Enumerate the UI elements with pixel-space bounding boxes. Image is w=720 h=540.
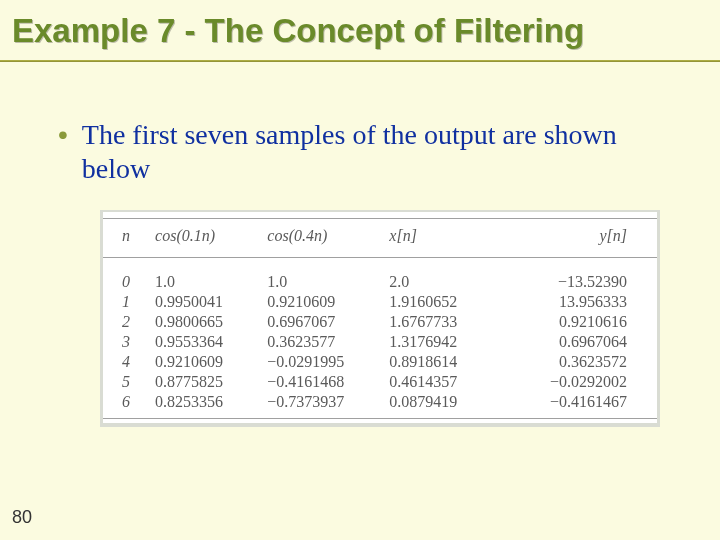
cell: 0.9210609	[149, 352, 261, 372]
cell: 0.8253356	[149, 392, 261, 412]
cell: 13.956333	[503, 292, 657, 312]
table-rule-bottom	[103, 418, 657, 419]
cell: 1.0	[261, 272, 383, 292]
cell: 3	[103, 332, 149, 352]
cell: 0.9800665	[149, 312, 261, 332]
cell: 0.9210609	[261, 292, 383, 312]
table-body: 0 1.0 1.0 2.0 −13.52390 1 0.9950041 0.92…	[103, 272, 657, 412]
cell: −0.0292002	[503, 372, 657, 392]
table-header-row: n cos(0.1n) cos(0.4n) x[n] y[n]	[103, 225, 657, 253]
cell: 1.3176942	[383, 332, 503, 352]
cell: 4	[103, 352, 149, 372]
slide-body: • The first seven samples of the output …	[58, 118, 680, 186]
cell: −0.4161467	[503, 392, 657, 412]
cell: 0.3623572	[503, 352, 657, 372]
slide: Example 7 - The Concept of Filtering • T…	[0, 0, 720, 540]
title-underline	[0, 60, 720, 62]
bullet-text: The first seven samples of the output ar…	[82, 118, 680, 186]
table-rule-top	[103, 218, 657, 219]
slide-title: Example 7 - The Concept of Filtering	[12, 12, 708, 50]
bullet-mark-icon: •	[58, 118, 68, 152]
cell: 1	[103, 292, 149, 312]
table-row: 5 0.8775825 −0.4161468 0.4614357 −0.0292…	[103, 372, 657, 392]
cell: 5	[103, 372, 149, 392]
table-row: 2 0.9800665 0.6967067 1.6767733 0.921061…	[103, 312, 657, 332]
table-row: 0 1.0 1.0 2.0 −13.52390	[103, 272, 657, 292]
cell: −0.0291995	[261, 352, 383, 372]
table-row: 4 0.9210609 −0.0291995 0.8918614 0.36235…	[103, 352, 657, 372]
col-header-c2: cos(0.4n)	[261, 225, 383, 253]
cell: 1.9160652	[383, 292, 503, 312]
cell: 0.9210616	[503, 312, 657, 332]
cell: 0.3623577	[261, 332, 383, 352]
cell: 0.6967067	[261, 312, 383, 332]
table-rule-mid	[103, 257, 657, 258]
cell: 0.9553364	[149, 332, 261, 352]
data-table-container: n cos(0.1n) cos(0.4n) x[n] y[n] 0 1.0 1.…	[100, 210, 660, 427]
cell: 6	[103, 392, 149, 412]
cell: −0.4161468	[261, 372, 383, 392]
cell: 2.0	[383, 272, 503, 292]
table-row: 6 0.8253356 −0.7373937 0.0879419 −0.4161…	[103, 392, 657, 412]
cell: 0.8775825	[149, 372, 261, 392]
col-header-x: x[n]	[383, 225, 503, 253]
cell: 1.6767733	[383, 312, 503, 332]
cell: 0.0879419	[383, 392, 503, 412]
col-header-n: n	[103, 225, 149, 253]
data-table: n cos(0.1n) cos(0.4n) x[n] y[n] 0 1.0 1.…	[103, 225, 657, 412]
cell: 0	[103, 272, 149, 292]
page-number: 80	[12, 507, 32, 528]
cell: −13.52390	[503, 272, 657, 292]
cell: 1.0	[149, 272, 261, 292]
cell: 0.6967064	[503, 332, 657, 352]
bullet-item: • The first seven samples of the output …	[58, 118, 680, 186]
cell: 2	[103, 312, 149, 332]
col-header-y: y[n]	[503, 225, 657, 253]
cell: 0.8918614	[383, 352, 503, 372]
cell: 0.4614357	[383, 372, 503, 392]
cell: 0.9950041	[149, 292, 261, 312]
col-header-c1: cos(0.1n)	[149, 225, 261, 253]
table-row: 3 0.9553364 0.3623577 1.3176942 0.696706…	[103, 332, 657, 352]
table-row: 1 0.9950041 0.9210609 1.9160652 13.95633…	[103, 292, 657, 312]
cell: −0.7373937	[261, 392, 383, 412]
